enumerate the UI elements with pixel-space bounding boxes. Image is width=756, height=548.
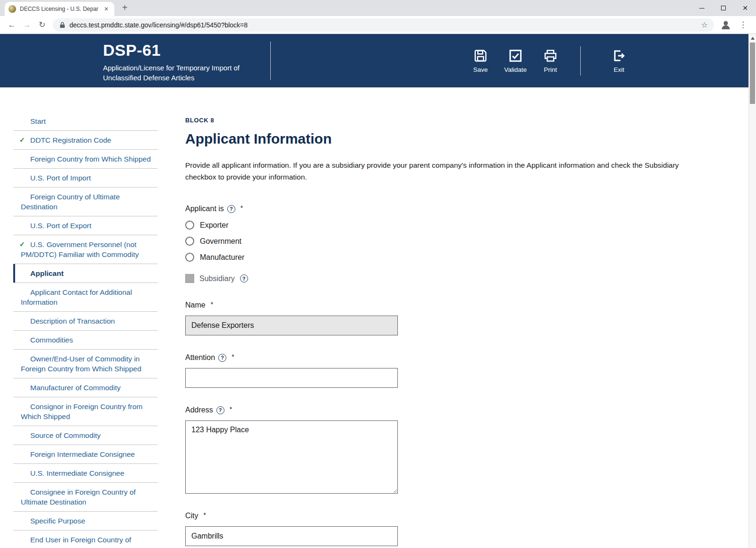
city-input[interactable] [185, 526, 398, 546]
required-marker: * [204, 511, 206, 519]
sidebar-item[interactable]: U.S. Port of Import [13, 169, 158, 188]
window-maximize-button[interactable] [713, 0, 734, 16]
subsidiary-checkbox-row[interactable]: Subsidiary ? [185, 274, 700, 283]
subsidiary-help-icon[interactable]: ? [240, 274, 248, 283]
required-marker: * [211, 300, 213, 308]
back-button[interactable]: ← [5, 18, 19, 32]
sidebar-item-label: Commodities [30, 336, 73, 344]
sidebar-item-label: Start [30, 117, 46, 125]
tab-close-icon[interactable]: ✕ [102, 5, 111, 13]
check-icon: ✓ [19, 240, 25, 249]
city-label: City * [185, 512, 700, 520]
form-main: BLOCK 8 Applicant Information Provide al… [185, 87, 700, 548]
sidebar-item-label: End User in Foreign Country of [30, 536, 131, 544]
sidebar-item-label: U.S. Government Personnel (not PM/DDTC) … [21, 240, 139, 258]
refresh-button[interactable]: ↻ [35, 18, 49, 32]
sidebar-item-label: Source of Commodity [30, 431, 101, 439]
name-field-group: Name * [185, 301, 700, 335]
validate-button[interactable]: Validate [498, 49, 533, 73]
radio-label: Manufacturer [200, 253, 244, 262]
sidebar-item[interactable]: Start [13, 112, 158, 131]
address-bar: ← → ↻ deccs.test.pmddtc.state.gov/licens… [0, 16, 756, 34]
sidebar-item[interactable]: U.S. Port of Export [13, 216, 158, 235]
sidebar-item-label: Consignor in Foreign Country from Which … [21, 402, 143, 420]
sidebar-item-label: Foreign Intermediate Consignee [30, 450, 135, 458]
validate-checkbox-icon [508, 49, 523, 63]
required-marker: * [230, 405, 232, 413]
required-marker: * [232, 353, 234, 360]
forward-button[interactable]: → [20, 18, 34, 32]
sidebar-item-label: Consignee in Foreign Country of Ultimate… [21, 488, 136, 506]
sidebar-item[interactable]: Source of Commodity [13, 426, 158, 445]
radio-icon[interactable] [185, 253, 194, 262]
browser-menu-icon[interactable]: ⋮ [735, 20, 751, 30]
name-input[interactable] [185, 316, 398, 335]
name-label: Name * [185, 301, 700, 309]
applicant-is-help-icon[interactable]: ? [227, 205, 235, 213]
scrollbar-thumb[interactable] [750, 43, 755, 104]
attention-field-group: Attention ? * [185, 353, 700, 388]
applicant-is-label: Applicant is ? * [185, 205, 700, 213]
sidebar-item[interactable]: ✓ U.S. Government Personnel (not PM/DDTC… [13, 235, 158, 264]
page-title: Applicant Information [185, 131, 700, 147]
save-button[interactable]: Save [463, 49, 498, 73]
radio-label: Exporter [200, 221, 228, 230]
sidebar-item[interactable]: Applicant [13, 264, 158, 283]
address-label: Address ? * [185, 406, 700, 414]
save-icon [473, 49, 488, 63]
sidebar-nav: Start ✓ DDTC Registration Code Foreign C… [13, 112, 158, 548]
print-icon [543, 49, 558, 63]
address-field-group: Address ? * 123 Happy Place [185, 406, 700, 494]
sidebar-item[interactable]: Foreign Country from Which Shipped [13, 150, 158, 169]
sidebar-item[interactable]: Description of Transaction [13, 312, 158, 331]
attention-help-icon[interactable]: ? [218, 354, 226, 362]
radio-option-manufacturer[interactable]: Manufacturer [185, 253, 700, 262]
sidebar-item[interactable]: Foreign Country of Ultimate Destination [13, 188, 158, 216]
sidebar-item[interactable]: Owner/End-User of Commodity in Foreign C… [13, 350, 158, 378]
print-button[interactable]: Print [533, 49, 568, 73]
window-minimize-button[interactable] [691, 0, 713, 16]
tab-title: DECCS Licensing - U.S. Departme [20, 6, 98, 12]
city-field-group: City * [185, 512, 700, 546]
header-actions-divider [580, 46, 581, 76]
sidebar-item-label: Manufacturer of Commodity [30, 384, 120, 392]
sidebar-item-label: Specific Purpose [30, 517, 85, 525]
app-title-block: DSP-61 Application/License for Temporary… [103, 41, 240, 83]
sidebar-item[interactable]: Commodities [13, 331, 158, 350]
exit-icon [612, 49, 626, 63]
radio-icon[interactable] [185, 221, 194, 230]
sidebar-item-label: DDTC Registration Code [30, 136, 111, 144]
page-scrollbar[interactable] [748, 34, 756, 548]
bookmark-star-icon[interactable]: ☆ [698, 20, 711, 29]
sidebar-item[interactable]: Consignee in Foreign Country of Ultimate… [13, 483, 158, 512]
sidebar-item[interactable]: U.S. Intermediate Consignee [13, 464, 158, 483]
sidebar-item[interactable]: Foreign Intermediate Consignee [13, 445, 158, 464]
radio-icon[interactable] [185, 237, 194, 246]
attention-input[interactable] [185, 368, 398, 388]
new-tab-button[interactable]: + [118, 1, 131, 15]
sidebar-item[interactable]: Manufacturer of Commodity [13, 378, 158, 397]
address-help-icon[interactable]: ? [216, 406, 224, 414]
url-field[interactable]: deccs.test.pmddtc.state.gov/licensing/#/… [53, 18, 714, 32]
section-description: Provide all applicant information. If yo… [185, 159, 696, 183]
address-textarea[interactable]: 123 Happy Place [185, 420, 398, 494]
radio-option-government[interactable]: Government [185, 237, 700, 246]
radio-option-exporter[interactable]: Exporter [185, 221, 700, 230]
exit-button[interactable]: Exit [601, 49, 636, 73]
sidebar-item[interactable]: End User in Foreign Country of [13, 531, 158, 548]
minimize-icon [699, 8, 704, 9]
sidebar-item[interactable]: Applicant Contact for Additional Informa… [13, 283, 158, 312]
sidebar-item[interactable]: Specific Purpose [13, 512, 158, 531]
page-content: Start ✓ DDTC Registration Code Foreign C… [0, 87, 756, 548]
header-divider [270, 42, 271, 80]
sidebar-item-label: Applicant [30, 269, 64, 277]
sidebar-item[interactable]: ✓ DDTC Registration Code [13, 131, 158, 150]
browser-tab[interactable]: DECCS Licensing - U.S. Departme ✕ [5, 2, 114, 16]
sidebar-item[interactable]: Consignor in Foreign Country from Which … [13, 397, 158, 426]
scrollbar-up-arrow-icon[interactable] [751, 37, 755, 40]
sidebar-item-label: U.S. Port of Export [30, 222, 91, 230]
subsidiary-checkbox[interactable] [185, 274, 194, 283]
url-text[interactable]: deccs.test.pmddtc.state.gov/licensing/#/… [69, 21, 694, 29]
window-close-button[interactable]: ✕ [734, 0, 756, 16]
profile-avatar[interactable] [720, 19, 732, 31]
